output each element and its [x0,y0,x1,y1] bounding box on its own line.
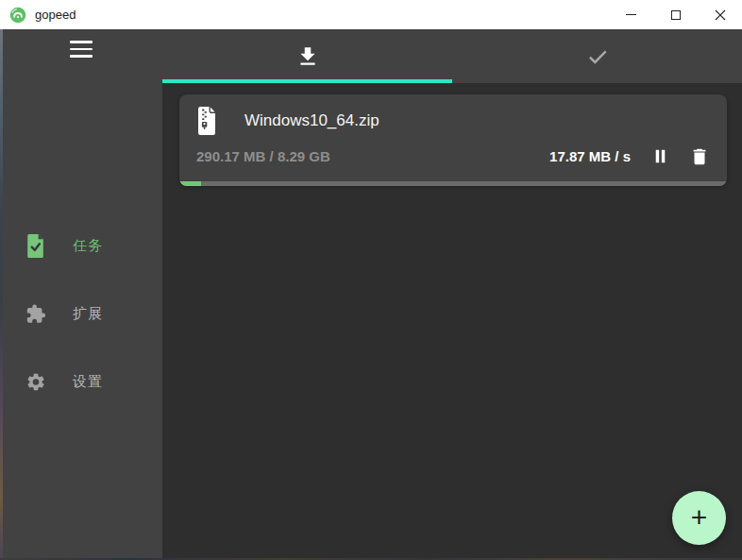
menu-icon[interactable] [70,41,93,58]
minimize-button[interactable] [609,0,653,29]
window-controls [609,0,742,29]
trash-icon [689,146,710,167]
tab-completed[interactable] [452,29,742,83]
task-card-header: Windows10_64.zip [179,94,727,135]
task-card[interactable]: Windows10_64.zip 290.17 MB / 8.29 GB 17.… [179,94,727,186]
tab-downloading[interactable] [162,29,452,83]
gopeed-window: gopeed [0,0,742,560]
sidebar-item-label: 扩展 [73,305,103,323]
maximize-button[interactable] [653,0,698,29]
task-filename: Windows10_64.zip [245,111,379,130]
check-icon [585,44,610,69]
close-button[interactable] [698,0,742,29]
sidebar-item-tasks[interactable]: 任务 [0,223,162,268]
task-size-progress: 290.17 MB / 8.29 GB [196,148,330,164]
maximize-icon [671,10,681,20]
close-icon [715,9,726,21]
gear-icon [25,369,46,394]
tab-bar [162,29,742,83]
sidebar-item-extensions[interactable]: 扩展 [0,291,162,336]
task-speed: 17.87 MB / s [549,148,631,164]
titlebar: gopeed [0,0,742,29]
pause-button[interactable] [649,145,671,167]
minimize-icon [626,14,636,15]
zip-file-icon [196,107,217,135]
task-list: Windows10_64.zip 290.17 MB / 8.29 GB 17.… [162,83,742,560]
plus-icon: + [691,503,708,532]
sidebar: 任务 扩展 设置 [0,29,162,560]
task-card-status: 290.17 MB / 8.29 GB 17.87 MB / s [179,135,727,167]
progress-bar [179,181,727,186]
sidebar-item-label: 任务 [73,237,103,255]
window-title: gopeed [35,8,76,22]
sidebar-nav: 任务 扩展 设置 [0,223,162,427]
delete-button[interactable] [689,146,710,167]
pause-icon [649,145,671,167]
download-icon [295,44,320,69]
active-tab-indicator [162,79,452,83]
progress-fill [179,181,201,186]
add-task-button[interactable]: + [672,491,726,545]
sidebar-item-label: 设置 [73,373,103,391]
app-logo-icon [9,7,26,24]
sidebar-item-settings[interactable]: 设置 [0,359,162,404]
puzzle-piece-icon [25,301,46,326]
task-document-check-icon [25,233,46,258]
